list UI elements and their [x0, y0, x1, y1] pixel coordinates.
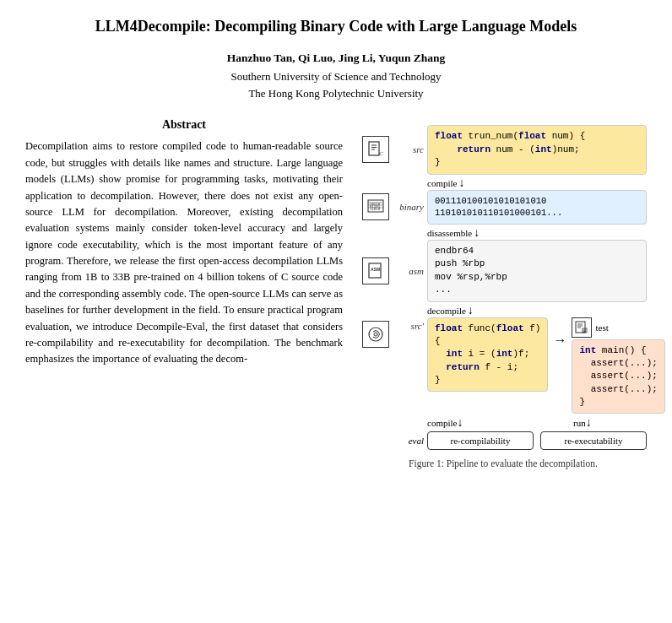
abstract-text: Decompilation aims to restore compiled c…: [25, 138, 343, 367]
eval-boxes: re-compilability re-executability: [427, 431, 647, 450]
binary-icon-cell: 10110 01101 11010: [360, 193, 392, 220]
decompile-content: float func(float f) { int i = (int)f; re…: [427, 317, 665, 414]
svg-text:C: C: [379, 150, 383, 157]
compile-arrow-2: compile↓: [427, 416, 527, 430]
paper-title: LLM4Decompile: Decompiling Binary Code w…: [25, 17, 647, 36]
svg-point-15: [374, 333, 377, 336]
decompile-arrow: decompile↓: [427, 304, 647, 317]
abstract-heading: Abstract: [25, 118, 343, 132]
test-column: test int main() { assert(...); assert(..…: [572, 317, 664, 414]
src-prime-icon: [362, 321, 389, 348]
src-row: C src float trun_num(float num) { return…: [360, 125, 647, 174]
svg-text:ASM: ASM: [371, 267, 380, 272]
disassemble-arrow: disassemble↓: [427, 226, 647, 240]
decompiled-code: float func(float f) { int i = (int)f; re…: [427, 317, 548, 393]
bottom-arrows: compile↓ run↓: [427, 416, 647, 430]
decompile-result-row: src' float func(float f) { int i = (int)…: [360, 317, 647, 414]
svg-rect-16: [576, 322, 585, 333]
asm-icon: ASM: [362, 257, 389, 284]
svg-rect-0: [369, 142, 379, 155]
authors: Hanzhuo Tan, Qi Luo, Jing Li, Yuqun Zhan…: [25, 51, 647, 65]
recompilability-box: re-compilability: [427, 431, 534, 450]
asm-row: ASM asm endbr64 push %rbp mov %rsp,%rbp …: [360, 240, 647, 302]
arrow-between-col: →: [553, 317, 566, 348]
binary-label: binary: [392, 202, 427, 212]
test-code: int main() { assert(...); assert(...); a…: [572, 339, 664, 414]
compile-arrow-1: compile↓: [427, 176, 647, 190]
affiliations: Southern University of Science and Techn…: [25, 68, 647, 101]
eval-row: eval re-compilability re-executability: [360, 431, 647, 450]
test-icon: [572, 317, 592, 338]
src-code-box: float trun_num(float num) { return num -…: [427, 125, 647, 174]
svg-text:11010: 11010: [370, 207, 381, 211]
right-column: C src float trun_num(float num) { return…: [360, 118, 647, 475]
test-label-text: test: [595, 322, 608, 333]
left-column: Abstract Decompilation aims to restore c…: [25, 118, 343, 475]
binary-row: 10110 01101 11010 binary 001110100101010…: [360, 190, 647, 225]
pipeline-figure: C src float trun_num(float num) { return…: [360, 118, 647, 475]
src-icon: C: [362, 136, 389, 163]
binary-icon: 10110 01101 11010: [362, 193, 389, 220]
src-prime-icon-cell: [360, 317, 392, 348]
src-prime-label: src': [392, 317, 427, 331]
svg-point-14: [369, 328, 382, 341]
reexecutability-box: re-executability: [540, 431, 647, 450]
figure-caption: Figure 1: Pipeline to evaluate the decom…: [360, 458, 647, 469]
eval-label: eval: [392, 436, 427, 446]
src-icon-cell: C: [360, 136, 392, 163]
asm-code-box: endbr64 push %rbp mov %rsp,%rbp ...: [427, 240, 647, 302]
src-label: src: [392, 144, 427, 154]
asm-label: asm: [392, 266, 427, 276]
binary-code-box: 001110100101010101010 110101010110101000…: [427, 190, 647, 225]
asm-icon-cell: ASM: [360, 257, 392, 284]
run-arrow: run↓: [573, 416, 592, 430]
test-label-row: test: [572, 317, 608, 338]
